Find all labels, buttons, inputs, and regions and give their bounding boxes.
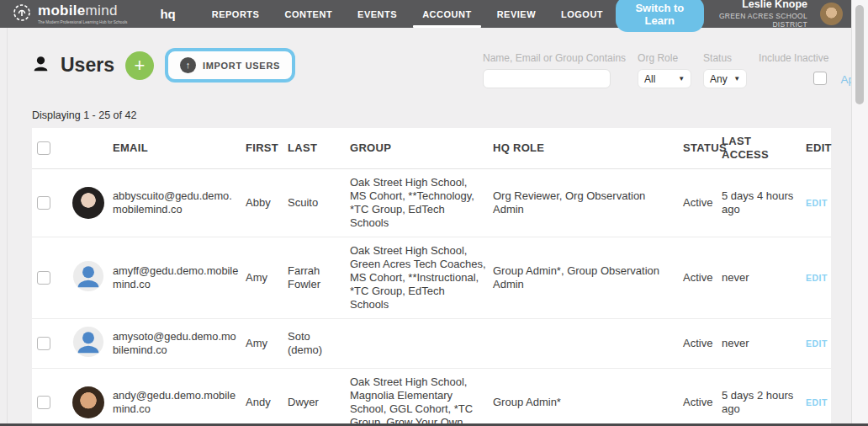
nav-menu: REPORTS CONTENT EVENTS ACCOUNT REVIEW LO…: [199, 0, 616, 28]
user-last-access: 5 days 2 hours ago: [722, 382, 806, 423]
user-hq-role: [493, 337, 683, 350]
add-user-button[interactable]: +: [125, 51, 154, 80]
user-info: Leslie Knope GREEN ACRES SCHOOL DISTRICT: [717, 0, 807, 29]
include-inactive-group: Include Inactive: [759, 52, 828, 85]
edit-user-link[interactable]: EDIT: [806, 330, 828, 357]
user-last-name: Scuito: [288, 189, 350, 216]
include-inactive-checkbox[interactable]: [813, 72, 827, 85]
row-checkbox[interactable]: [37, 271, 50, 285]
window-edge: [7, 28, 8, 423]
nav-item-logout[interactable]: LOGOUT: [548, 0, 616, 28]
user-groups: Oak Street High School, Green Acres Tech…: [350, 237, 493, 318]
nav-item-reports[interactable]: REPORTS: [199, 0, 273, 28]
upload-arrow-icon: ↑: [180, 57, 196, 73]
user-email: amysoto@gedu.demo.mobilemind.co: [113, 323, 246, 364]
edit-user-link[interactable]: EDIT: [806, 264, 828, 291]
user-photo-avatar: [72, 386, 104, 418]
user-groups: Oak Street High School, MS Cohort, **Tec…: [350, 169, 493, 237]
user-name: Leslie Knope: [717, 0, 807, 12]
users-table: EMAIL FIRST LAST GROUP HQ ROLE STATUS LA…: [32, 128, 831, 426]
import-users-button[interactable]: ↑ IMPORT USERS: [165, 48, 295, 83]
top-navbar: mobilemind The Modern Professional Learn…: [0, 0, 868, 28]
table-header-row: EMAIL FIRST LAST GROUP HQ ROLE STATUS LA…: [32, 128, 831, 169]
user-last-access: never: [722, 330, 806, 357]
edit-user-link[interactable]: EDIT: [806, 389, 828, 416]
user-email: amyff@gedu.demo.mobilemind.co: [113, 258, 246, 298]
switch-to-learn-button[interactable]: Switch to Learn: [616, 0, 703, 32]
table-row: andy@gedu.demo.mobilemind.co Andy Dwyer …: [32, 369, 831, 426]
column-header-email[interactable]: EMAIL: [113, 135, 246, 162]
brand-word-light: mind: [86, 3, 118, 19]
search-filter-group: Name, Email or Group Contains: [483, 52, 626, 88]
navbar-right: Switch to Learn Leslie Knope GREEN ACRES…: [616, 0, 843, 32]
row-checkbox[interactable]: [37, 396, 50, 409]
nav-item-events[interactable]: EVENTS: [345, 0, 410, 28]
column-header-edit: EDIT: [806, 135, 828, 162]
import-users-label: IMPORT USERS: [203, 61, 280, 71]
user-hq-role: Group Admin*: [493, 389, 683, 416]
user-status: Active: [683, 389, 722, 416]
org-role-filter-group: Org Role All ▼: [638, 52, 691, 88]
column-header-last[interactable]: LAST: [288, 135, 350, 162]
mobilemind-logo-icon: [12, 3, 32, 26]
brand-logo[interactable]: mobilemind The Modern Professional Learn…: [12, 3, 152, 26]
nav-item-account-label: ACCOUNT: [422, 9, 472, 19]
user-last-name: Farrah Fowler: [288, 258, 350, 298]
search-filter-label: Name, Email or Group Contains: [483, 52, 626, 64]
default-person-avatar-icon: [72, 282, 104, 295]
brand-word-bold: mobile: [38, 3, 86, 19]
org-role-label: Org Role: [638, 52, 691, 64]
user-groups: Oak Street High School, Magnolia Element…: [350, 369, 493, 426]
table-row: amyff@gedu.demo.mobilemind.co Amy Farrah…: [32, 237, 831, 319]
user-email: andy@gedu.demo.mobilemind.co: [113, 382, 246, 423]
user-status: Active: [683, 189, 722, 216]
status-filter-group: Status Any ▼: [703, 52, 747, 88]
default-person-avatar-icon: [72, 348, 104, 360]
edit-user-link[interactable]: EDIT: [806, 189, 828, 216]
status-selected-value: Any: [710, 73, 728, 85]
user-hq-role: Group Admin*, Group Observation Admin: [493, 258, 683, 298]
users-icon: [32, 55, 50, 76]
results-summary: Displaying 1 - 25 of 42: [32, 109, 136, 121]
nav-item-account[interactable]: ACCOUNT: [410, 0, 484, 28]
user-last-name: Soto (demo): [288, 323, 350, 364]
page-toolbar: Users + ↑ IMPORT USERS: [32, 48, 295, 83]
row-checkbox[interactable]: [37, 196, 50, 210]
chevron-down-icon: ▼: [678, 75, 685, 83]
user-status: Active: [683, 330, 722, 357]
user-first-name: Abby: [246, 189, 288, 216]
brand-text: mobilemind The Modern Professional Learn…: [38, 3, 152, 24]
brand-wordmark: mobilemind: [38, 3, 152, 18]
table-row: abbyscuito@gedu.demo.mobilemind.co Abby …: [32, 169, 831, 237]
user-first-name: Amy: [246, 264, 288, 291]
user-organization: GREEN ACRES SCHOOL DISTRICT: [717, 12, 807, 29]
column-header-hq-role: HQ ROLE: [493, 135, 683, 162]
column-header-first[interactable]: FIRST: [246, 135, 288, 162]
search-input[interactable]: [483, 69, 611, 88]
user-last-access: never: [722, 264, 806, 291]
column-header-status[interactable]: STATUS: [683, 135, 722, 162]
user-photo-avatar: [72, 187, 104, 219]
user-first-name: Amy: [246, 330, 288, 357]
hq-label: hq: [160, 7, 175, 21]
table-row: amysoto@gedu.demo.mobilemind.co Amy Soto…: [32, 319, 831, 369]
chevron-down-icon: ▼: [733, 75, 740, 83]
nav-item-content[interactable]: CONTENT: [272, 0, 345, 28]
user-first-name: Andy: [246, 389, 288, 416]
column-header-group[interactable]: GROUP: [350, 135, 493, 162]
scrollbar-thumb[interactable]: [855, 5, 864, 104]
user-hq-role: Org Reviewer, Org Observation Admin: [493, 183, 683, 223]
select-all-checkbox[interactable]: [37, 141, 50, 155]
row-checkbox[interactable]: [37, 337, 50, 350]
status-select[interactable]: Any ▼: [703, 69, 747, 88]
status-filter-label: Status: [703, 52, 747, 64]
user-avatar[interactable]: [820, 3, 843, 25]
filter-bar: Name, Email or Group Contains Org Role A…: [483, 52, 868, 88]
scrollbar[interactable]: [851, 0, 868, 423]
brand-tagline: The Modern Professional Learning Hub for…: [38, 19, 127, 24]
column-header-last-access[interactable]: LAST ACCESS: [722, 128, 806, 168]
nav-item-review[interactable]: REVIEW: [484, 0, 548, 28]
page-title: Users: [61, 54, 114, 77]
org-role-select[interactable]: All ▼: [638, 69, 691, 88]
user-email: abbyscuito@gedu.demo.mobilemind.co: [113, 183, 246, 223]
